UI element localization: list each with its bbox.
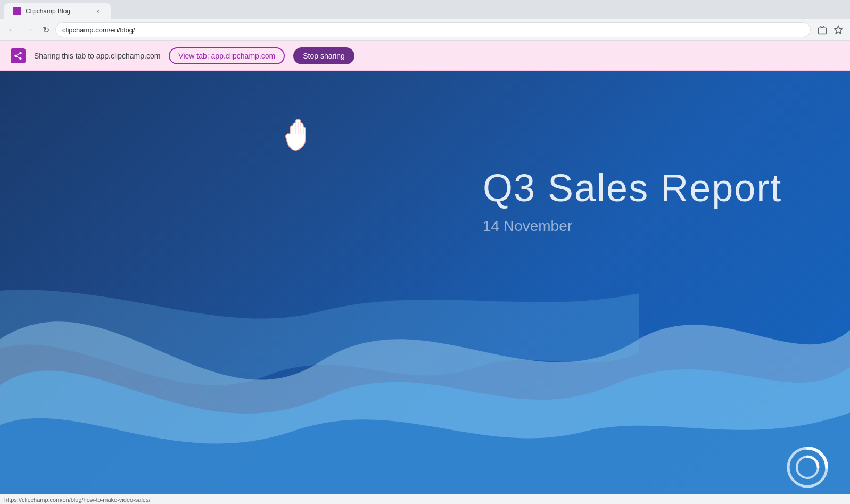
svg-rect-0 xyxy=(819,28,827,34)
logo-icon xyxy=(786,446,829,489)
status-bar: https://clipchamp.com/en/blog/how-to-mak… xyxy=(0,494,850,504)
sharing-message: Sharing this tab to app.clipchamp.com xyxy=(34,52,160,60)
sharing-icon xyxy=(11,48,26,63)
slide-text-container: Q3 Sales Report 14 November xyxy=(483,167,782,235)
view-tab-button[interactable]: View tab: app.clipchamp.com xyxy=(169,47,285,64)
address-bar: ← → ↻ clipchamp.com/en/blog/ xyxy=(0,19,850,40)
browser-tab[interactable]: Clipchamp Blog × xyxy=(4,3,111,19)
browser-chrome: Clipchamp Blog × ← → ↻ clipchamp.com/en/… xyxy=(0,0,850,41)
refresh-button[interactable]: ↻ xyxy=(38,22,53,37)
sharing-bar: Sharing this tab to app.clipchamp.com Vi… xyxy=(0,41,850,71)
toolbar-icons xyxy=(815,22,846,37)
cast-icon[interactable] xyxy=(815,22,830,37)
slide-date: 14 November xyxy=(483,218,782,235)
status-url: https://clipchamp.com/en/blog/how-to-mak… xyxy=(4,497,151,503)
tab-title: Clipchamp Blog xyxy=(26,7,89,15)
back-button[interactable]: ← xyxy=(4,22,19,37)
stop-sharing-button[interactable]: Stop sharing xyxy=(293,47,354,64)
tab-favicon xyxy=(13,7,21,15)
svg-marker-1 xyxy=(835,26,843,34)
page-content: Q3 Sales Report 14 November ht xyxy=(0,71,850,504)
slide-title: Q3 Sales Report xyxy=(483,167,782,209)
url-text: clipchamp.com/en/blog/ xyxy=(62,26,804,34)
tab-bar: Clipchamp Blog × xyxy=(0,0,850,19)
bookmark-icon[interactable] xyxy=(831,22,846,37)
wave-decoration xyxy=(0,201,850,505)
forward-button[interactable]: → xyxy=(21,22,36,37)
tab-close-button[interactable]: × xyxy=(94,7,102,15)
url-bar[interactable]: clipchamp.com/en/blog/ xyxy=(55,22,811,37)
